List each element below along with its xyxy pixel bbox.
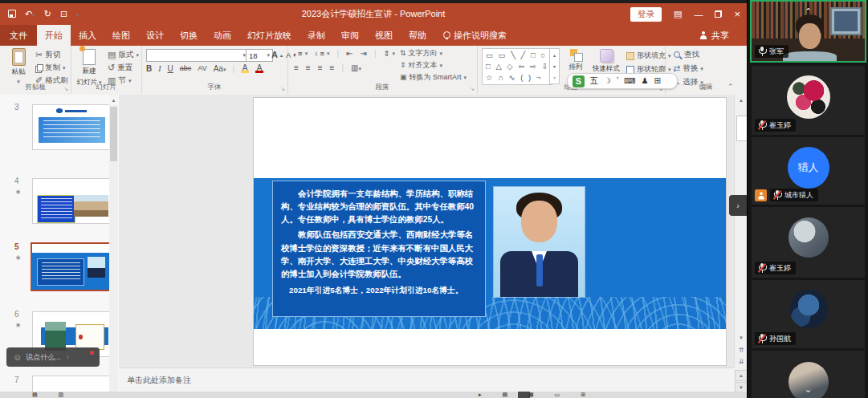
font-dialog-launcher[interactable]: ↘: [280, 86, 285, 92]
participant-tile-cuiyuting-2[interactable]: 崔玉婷: [752, 207, 865, 278]
italic-button[interactable]: I: [158, 64, 161, 73]
tab-view[interactable]: 视图: [367, 25, 401, 46]
slide-5-thumbnail-selected[interactable]: [31, 242, 113, 291]
canvas-scrollbar[interactable]: ▲ ▼ ⇈ ⇊: [734, 95, 748, 368]
slide-3-thumbnail[interactable]: [32, 104, 112, 150]
restore-button[interactable]: [715, 10, 722, 19]
tab-transitions[interactable]: 切换: [172, 25, 206, 46]
align-left-button[interactable]: ≡: [294, 63, 299, 72]
ime-punctuation-icon[interactable]: ’: [617, 77, 618, 85]
chat-input-placeholder[interactable]: 说点什么...: [26, 352, 61, 363]
align-text-button[interactable]: ⇕对齐文本▾: [400, 60, 467, 71]
line-spacing-button[interactable]: ⇕▾: [384, 49, 395, 58]
tab-review[interactable]: 审阅: [333, 25, 367, 46]
font-color-button[interactable]: A: [255, 63, 263, 73]
tab-file[interactable]: 文件: [0, 25, 37, 46]
shapes-scroll-up-icon[interactable]: ▴: [553, 52, 556, 58]
increase-indent-button[interactable]: ⇥: [361, 49, 367, 58]
tab-help[interactable]: 帮助: [401, 25, 434, 46]
notes-scrollbar[interactable]: ▲ ▼: [734, 369, 747, 392]
ime-wubi-button[interactable]: 五: [590, 77, 598, 85]
shapes-more-icon[interactable]: ▿: [553, 75, 556, 80]
bullets-button[interactable]: •≡▾: [294, 49, 308, 58]
tab-insert[interactable]: 插入: [71, 25, 104, 46]
redo-button[interactable]: ↻: [44, 10, 51, 18]
justify-button[interactable]: ≡: [330, 63, 335, 72]
chat-chevron-icon[interactable]: ›: [67, 353, 69, 361]
underline-button[interactable]: U: [168, 64, 173, 73]
participant-tile-cuiyuting-1[interactable]: 崔玉婷: [752, 66, 865, 135]
canvas-scrollbar-thumb[interactable]: [736, 116, 748, 141]
slide-banner-graphic[interactable]: 会计学院拥有一支年龄结构、学历结构、职称结构、专业结构较为合理的师资队伍。其中专…: [254, 178, 726, 329]
chat-overlay[interactable]: ☺ 说点什么... ›: [6, 347, 100, 367]
sidebar-scroll-down-icon[interactable]: ⌄: [804, 384, 812, 395]
reset-button[interactable]: ↺重置: [108, 63, 139, 73]
clipboard-dialog-launcher[interactable]: ↘: [63, 86, 68, 92]
character-spacing-button[interactable]: AV: [198, 64, 206, 72]
sogou-logo-icon[interactable]: S: [573, 75, 585, 87]
ime-keyboard-icon[interactable]: ⌨: [624, 77, 635, 85]
previous-slide-button[interactable]: ⇈: [735, 345, 748, 356]
share-button[interactable]: 共享: [682, 25, 747, 46]
start-slideshow-button[interactable]: ⊡: [60, 10, 67, 18]
highlight-button[interactable]: A: [241, 63, 249, 73]
ime-toolbox-icon[interactable]: ⊞: [654, 77, 661, 85]
notes-placeholder[interactable]: 单击此处添加备注: [127, 375, 191, 386]
columns-button[interactable]: ▥▾: [351, 63, 361, 72]
sidebar-collapse-handle[interactable]: ›: [729, 195, 747, 216]
participant-tile-zhangjun[interactable]: ⌃ 张军: [752, 2, 865, 61]
replace-button[interactable]: ⇄替换▾: [673, 63, 703, 74]
slide-text-box[interactable]: 会计学院拥有一支年龄结构、学历结构、职称结构、专业结构较为合理的师资队伍。其中专…: [272, 181, 486, 317]
tab-animations[interactable]: 动画: [206, 25, 239, 46]
shapes-gallery-scroll[interactable]: ▴ ▾ ▿: [549, 48, 560, 84]
layout-button[interactable]: ▤版式▾: [108, 50, 139, 60]
tab-record[interactable]: 录制: [300, 25, 333, 46]
quick-styles-button[interactable]: 快速样式: [589, 49, 623, 74]
thumbnail-scroll-up-icon[interactable]: ▲: [109, 95, 118, 105]
scroll-up-button[interactable]: ▲: [735, 95, 748, 106]
notes-scroll-up-icon[interactable]: ▲: [735, 370, 748, 381]
numbering-button[interactable]: 1≡▾: [315, 49, 329, 58]
sidebar-collapse-up-icon[interactable]: ⌃: [805, 6, 812, 17]
slide-4-thumbnail[interactable]: [32, 178, 112, 224]
paste-button[interactable]: 粘贴 ▾: [5, 48, 32, 85]
decrease-indent-button[interactable]: ⇤: [346, 49, 352, 58]
thumbnail-scrollbar[interactable]: ▲: [109, 95, 118, 393]
notes-pane[interactable]: 单击此处添加备注: [119, 368, 734, 392]
scroll-down-button[interactable]: ▼: [735, 332, 748, 343]
cut-button[interactable]: ✂剪切: [35, 50, 68, 60]
paragraph-dialog-launcher[interactable]: ↘: [470, 86, 475, 92]
save-button[interactable]: [8, 10, 16, 19]
change-case-button[interactable]: Aa▾: [214, 64, 226, 73]
current-slide[interactable]: 会计学院拥有一支年龄结构、学历结构、职称结构、专业结构较为合理的师资队伍。其中专…: [254, 98, 726, 365]
strikethrough-button[interactable]: abc: [180, 64, 192, 72]
font-name-combobox[interactable]: ▾: [146, 49, 249, 62]
participant-tile-sunguohang[interactable]: 孙国航: [752, 280, 865, 348]
thumbnail-scrollbar-thumb[interactable]: [110, 107, 117, 161]
ribbon-display-options-button[interactable]: ▤: [674, 10, 682, 18]
login-button[interactable]: 登录: [630, 7, 662, 22]
new-slide-button[interactable]: 新建 幻灯片▾: [74, 48, 104, 87]
tab-home[interactable]: 开始: [37, 25, 71, 46]
convert-smartart-button[interactable]: ▣转换为 SmartArt▾: [400, 72, 467, 83]
font-size-combobox[interactable]: 18▾: [246, 49, 273, 62]
next-slide-button[interactable]: ⇊: [735, 356, 748, 368]
minimize-button[interactable]: —: [694, 10, 703, 19]
tab-slideshow[interactable]: 幻灯片放映: [239, 25, 300, 46]
smiley-icon[interactable]: ☺: [13, 352, 22, 362]
shapes-scroll-down-icon[interactable]: ▾: [553, 63, 556, 69]
customize-qat-button[interactable]: ▾: [76, 10, 79, 18]
text-direction-button[interactable]: ⇅文字方向▾: [400, 48, 467, 59]
bold-button[interactable]: B: [146, 64, 152, 73]
align-right-button[interactable]: ≡: [318, 63, 323, 72]
ime-person-icon[interactable]: ♟: [642, 77, 649, 85]
grow-font-button[interactable]: A▴: [271, 50, 283, 59]
align-center-button[interactable]: ≡: [306, 63, 311, 72]
tab-draw[interactable]: 绘图: [104, 25, 138, 46]
participant-tile-chengshilieren[interactable]: 猎人 城市猎人: [752, 137, 865, 205]
close-button[interactable]: ×: [734, 8, 740, 20]
copy-button[interactable]: 复制▾: [35, 63, 68, 73]
tell-me-search[interactable]: 操作说明搜索: [434, 25, 515, 46]
slide-7-thumbnail[interactable]: [32, 376, 112, 393]
tab-design[interactable]: 设计: [138, 25, 172, 46]
